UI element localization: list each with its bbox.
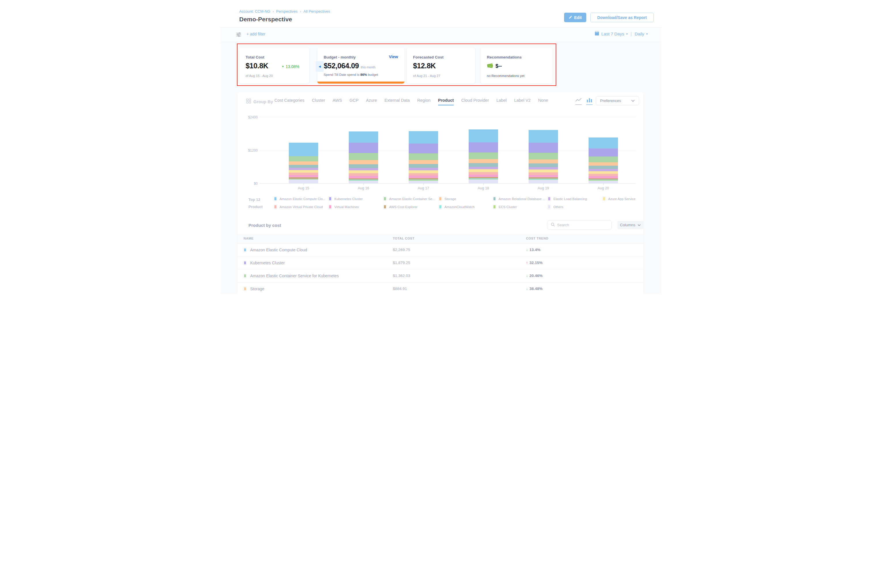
breadcrumb-perspectives[interactable]: Perspectives <box>276 9 297 14</box>
bar-segment-amazon-elastic-compute-cloud[interactable] <box>529 130 558 142</box>
bar-segment-amazon-relational-database-service[interactable] <box>349 164 378 168</box>
tab-cluster[interactable]: Cluster <box>312 98 325 105</box>
tab-product[interactable]: Product <box>438 98 454 105</box>
bar-segment-azure-app-service[interactable] <box>469 169 498 172</box>
bar-segment-amazon-elastic-container-service-for-kubernetes[interactable] <box>409 153 438 160</box>
bar-segment-elastic-load-balancing[interactable] <box>349 168 378 170</box>
bar-segment-others[interactable] <box>409 181 438 183</box>
edit-button[interactable]: Edit <box>564 13 586 22</box>
bar-segment-elastic-load-balancing[interactable] <box>289 168 318 170</box>
bar-segment-amazon-elastic-compute-cloud[interactable] <box>349 131 378 142</box>
legend-item-azure-app-service[interactable]: Azure App Service <box>602 196 636 201</box>
bar-segment-amazon-relational-database-service[interactable] <box>289 165 318 168</box>
stacked-bar-aug-16[interactable] <box>349 131 378 183</box>
bar-segment-amazon-elastic-container-service-for-kubernetes[interactable] <box>589 156 618 162</box>
bar-segment-amazon-elastic-compute-cloud[interactable] <box>409 131 438 144</box>
search-input[interactable] <box>557 223 603 227</box>
bar-segment-amazon-virtual-private-cloud[interactable] <box>589 174 618 176</box>
bar-segment-others[interactable] <box>469 180 498 183</box>
breadcrumb-account[interactable]: Account: CCM-NG <box>239 9 270 14</box>
bar-segment-azure-app-service[interactable] <box>349 170 378 173</box>
legend-item-amazon-elastic-container-se-[interactable]: Amazon Elastic Container Se... <box>383 196 435 201</box>
bar-segment-others[interactable] <box>349 181 378 183</box>
bar-segment-amazon-elastic-container-service-for-kubernetes[interactable] <box>289 156 318 161</box>
bar-segment-amazon-relational-database-service[interactable] <box>469 163 498 167</box>
stacked-bar-aug-19[interactable] <box>529 130 558 183</box>
download-save-report-button[interactable]: Download/Save as Report <box>590 13 654 22</box>
bar-segment-others[interactable] <box>289 180 318 183</box>
bar-chart-icon[interactable] <box>586 98 592 105</box>
tab-region[interactable]: Region <box>417 98 430 105</box>
budget-view-link[interactable]: View <box>389 54 398 59</box>
granularity-selector[interactable]: Daily <box>635 32 644 36</box>
bar-segment-azure-app-service[interactable] <box>589 171 618 174</box>
bar-segment-virtual-machines[interactable] <box>289 175 318 177</box>
table-row-amazon-elastic-compute-cloud[interactable]: Amazon Elastic Compute Cloud$2,269.75↓13… <box>237 243 644 256</box>
bar-segment-elastic-load-balancing[interactable] <box>529 167 558 170</box>
line-chart-icon[interactable] <box>575 98 582 105</box>
bar-segment-kubernetes-cluster[interactable] <box>349 142 378 153</box>
bar-segment-amazon-virtual-private-cloud[interactable] <box>469 172 498 175</box>
bar-segment-amazon-virtual-private-cloud[interactable] <box>409 173 438 176</box>
filter-sliders-icon[interactable] <box>236 32 241 38</box>
legend-item-virtual-machines[interactable]: Virtual Machines <box>328 205 359 209</box>
legend-item-kubernetes-cluster[interactable]: Kubernetes Cluster <box>328 196 363 201</box>
bar-segment-amazon-virtual-private-cloud[interactable] <box>529 172 558 175</box>
stacked-bar-aug-17[interactable] <box>409 131 438 183</box>
legend-item-others[interactable]: Others <box>548 205 564 209</box>
stacked-bar-aug-15[interactable] <box>289 142 318 183</box>
bar-segment-storage[interactable] <box>409 160 438 164</box>
bar-segment-amazon-relational-database-service[interactable] <box>409 164 438 168</box>
bar-segment-virtual-machines[interactable] <box>409 176 438 178</box>
tab-none[interactable]: None <box>538 98 548 105</box>
bar-segment-storage[interactable] <box>529 159 558 164</box>
legend-item-aws-cost-explorer[interactable]: AWS Cost Explorer <box>383 205 418 209</box>
tab-gcp[interactable]: GCP <box>350 98 358 105</box>
bar-segment-azure-app-service[interactable] <box>289 170 318 172</box>
bar-segment-others[interactable] <box>529 180 558 183</box>
tab-cloud-provider[interactable]: Cloud Provider <box>461 98 489 105</box>
legend-item-amazon-elastic-compute-clo-[interactable]: Amazon Elastic Compute Clo... <box>274 196 326 201</box>
bar-segment-kubernetes-cluster[interactable] <box>469 142 498 153</box>
column-header-cost-trend[interactable]: COST TREND <box>526 237 549 240</box>
stacked-bar-aug-18[interactable] <box>469 129 498 183</box>
table-row-amazon-elastic-container-service-for-kubernetes[interactable]: Amazon Elastic Container Service for Kub… <box>237 270 644 282</box>
stacked-bar-aug-20[interactable] <box>589 138 618 183</box>
bar-segment-amazon-elastic-compute-cloud[interactable] <box>469 129 498 142</box>
bar-segment-amazon-relational-database-service[interactable] <box>529 164 558 167</box>
bar-segment-storage[interactable] <box>469 159 498 163</box>
bar-segment-amazon-elastic-compute-cloud[interactable] <box>289 142 318 156</box>
columns-dropdown[interactable]: Columns <box>617 221 644 229</box>
legend-item-amazon-relational-database-[interactable]: Amazon Relational Database ... <box>493 196 545 201</box>
bar-segment-others[interactable] <box>589 181 618 183</box>
tab-cost-categories[interactable]: Cost Categories <box>274 98 304 105</box>
tab-aws[interactable]: AWS <box>333 98 342 105</box>
bar-segment-amazon-elastic-container-service-for-kubernetes[interactable] <box>349 153 378 160</box>
bar-segment-kubernetes-cluster[interactable] <box>529 142 558 153</box>
add-filter-button[interactable]: + add filter <box>246 32 266 36</box>
legend-item-storage[interactable]: Storage <box>439 196 456 201</box>
bar-segment-amazon-virtual-private-cloud[interactable] <box>349 173 378 176</box>
legend-item-elastic-load-balancing[interactable]: Elastic Load Balancing <box>548 196 587 201</box>
legend-item-ecs-cluster[interactable]: ECS Cluster <box>493 205 517 209</box>
bar-segment-elastic-load-balancing[interactable] <box>589 169 618 171</box>
bar-segment-azure-app-service[interactable] <box>409 170 438 173</box>
breadcrumb-all-perspectives[interactable]: All Perspectives <box>303 9 330 14</box>
bar-segment-virtual-machines[interactable] <box>469 175 498 177</box>
preferences-dropdown[interactable]: Preferences <box>596 96 639 105</box>
legend-item-amazon-virtual-private-cloud[interactable]: Amazon Virtual Private Cloud <box>274 205 323 209</box>
bar-segment-amazon-relational-database-service[interactable] <box>589 166 618 169</box>
tab-external-data[interactable]: External Data <box>384 98 410 105</box>
bar-segment-virtual-machines[interactable] <box>529 175 558 177</box>
bar-segment-kubernetes-cluster[interactable] <box>409 144 438 153</box>
bar-segment-azure-app-service[interactable] <box>529 170 558 172</box>
bar-segment-amazon-elastic-container-service-for-kubernetes[interactable] <box>469 153 498 159</box>
tab-label[interactable]: Label <box>496 98 506 105</box>
bar-segment-elastic-load-balancing[interactable] <box>409 168 438 170</box>
legend-item-amazoncloudwatch[interactable]: AmazonCloudWatch <box>439 205 474 209</box>
bar-segment-virtual-machines[interactable] <box>349 176 378 178</box>
table-row-kubernetes-cluster[interactable]: Kubernetes Cluster$1,879.25↑32.15% <box>237 256 644 270</box>
date-range-selector[interactable]: Last 7 Days <box>601 32 624 36</box>
table-row-storage[interactable]: Storage$884.91↓38.48% <box>237 282 644 294</box>
tab-azure[interactable]: Azure <box>366 98 377 105</box>
